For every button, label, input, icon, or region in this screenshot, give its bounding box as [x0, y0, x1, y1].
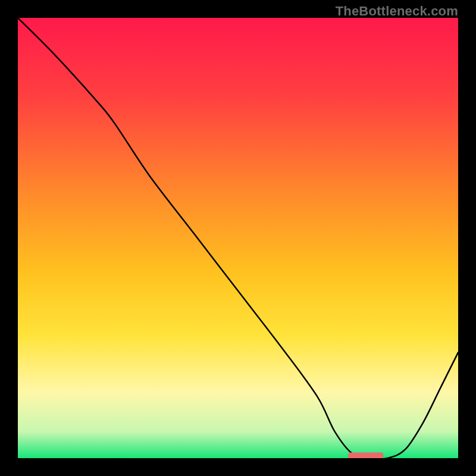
gradient-background — [18, 18, 458, 458]
minimum-marker-rect — [348, 452, 383, 458]
chart-frame: TheBottleneck.com — [0, 0, 476, 476]
watermark-text: TheBottleneck.com — [336, 4, 458, 19]
plot-area — [18, 18, 458, 458]
chart-svg — [18, 18, 458, 458]
